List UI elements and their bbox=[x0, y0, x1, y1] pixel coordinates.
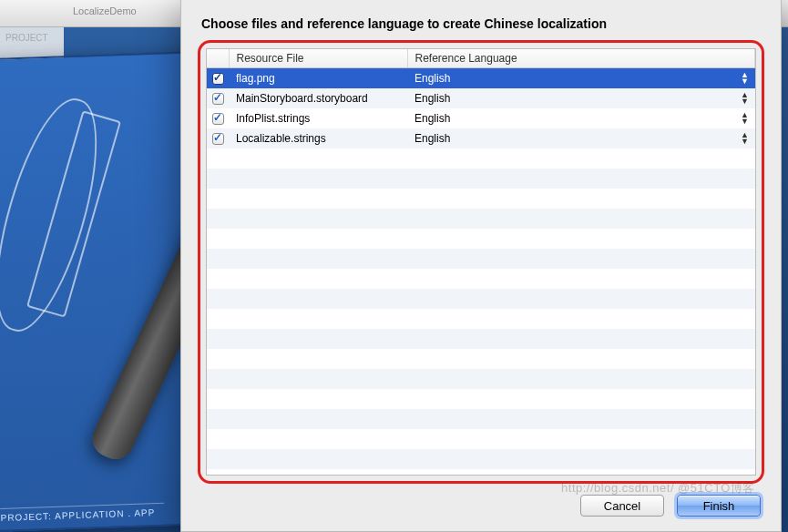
reference-language-cell[interactable]: English bbox=[407, 108, 755, 128]
language-label: English bbox=[414, 92, 450, 105]
reference-language-cell[interactable]: English bbox=[407, 88, 755, 108]
dialog-title: Choose files and reference language to c… bbox=[181, 0, 781, 40]
sidebar-heading: PROJECT bbox=[5, 33, 58, 43]
stepper-icon[interactable] bbox=[741, 132, 750, 145]
checkbox-icon[interactable] bbox=[212, 73, 224, 85]
table-row[interactable]: InfoPlist.stringsEnglish bbox=[207, 108, 755, 128]
checkbox-icon[interactable] bbox=[212, 113, 224, 125]
column-header-resource[interactable]: Resource File bbox=[229, 49, 407, 68]
language-label: English bbox=[414, 132, 450, 145]
stepper-icon[interactable] bbox=[741, 112, 750, 125]
column-header-checkbox[interactable] bbox=[207, 49, 229, 68]
resource-file-cell: flag.png bbox=[229, 68, 407, 88]
row-checkbox-cell[interactable] bbox=[207, 108, 229, 128]
localization-dialog: Choose files and reference language to c… bbox=[180, 0, 782, 532]
cancel-button[interactable]: Cancel bbox=[580, 495, 664, 517]
highlight-annotation: Resource File Reference Language flag.pn… bbox=[198, 40, 764, 484]
dialog-buttons: Cancel Finish bbox=[181, 484, 781, 531]
file-table[interactable]: Resource File Reference Language flag.pn… bbox=[206, 48, 756, 476]
stepper-icon[interactable] bbox=[741, 72, 750, 85]
row-checkbox-cell[interactable] bbox=[207, 128, 229, 148]
reference-language-cell[interactable]: English bbox=[407, 68, 755, 88]
reference-language-cell[interactable]: English bbox=[407, 128, 755, 148]
language-label: English bbox=[414, 72, 450, 85]
stepper-icon[interactable] bbox=[741, 92, 750, 105]
table-row[interactable]: Localizable.stringsEnglish bbox=[207, 128, 755, 148]
language-label: English bbox=[414, 112, 450, 125]
resource-file-cell: Localizable.strings bbox=[229, 128, 407, 148]
window-tab: LocalizeDemo bbox=[73, 5, 137, 16]
table-row[interactable]: flag.pngEnglish bbox=[207, 68, 755, 88]
blueprint-caption: PROJECT: APPLICATION . APP bbox=[0, 503, 164, 523]
finish-button[interactable]: Finish bbox=[677, 495, 761, 517]
resource-file-cell: InfoPlist.strings bbox=[229, 108, 407, 128]
table-row[interactable]: MainStoryboard.storyboardEnglish bbox=[207, 88, 755, 108]
column-header-language[interactable]: Reference Language bbox=[407, 49, 755, 68]
checkbox-icon[interactable] bbox=[212, 133, 224, 145]
empty-rows bbox=[207, 148, 755, 476]
row-checkbox-cell[interactable] bbox=[207, 88, 229, 108]
row-checkbox-cell[interactable] bbox=[207, 68, 229, 88]
checkbox-icon[interactable] bbox=[212, 93, 224, 105]
resource-file-cell: MainStoryboard.storyboard bbox=[229, 88, 407, 108]
